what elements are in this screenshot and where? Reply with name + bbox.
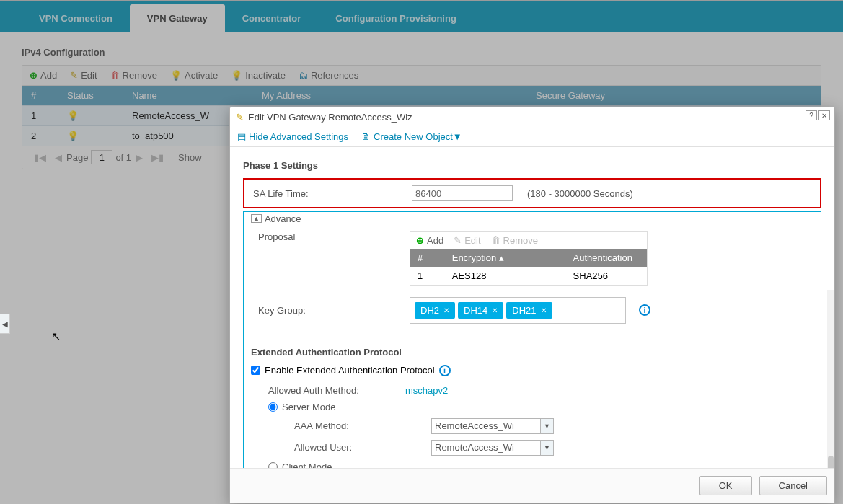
edit-icon: ✎: [454, 235, 462, 246]
chevron-down-icon[interactable]: ▼: [541, 418, 554, 434]
close-icon[interactable]: ✕: [443, 306, 449, 314]
proposal-row[interactable]: 1 AES128 SHA256: [410, 267, 647, 285]
dh21-tag[interactable]: DH21✕: [506, 302, 552, 319]
trash-icon: 🗑: [491, 235, 500, 246]
collapse-caret-icon[interactable]: ▲: [251, 214, 262, 223]
enable-eap-checkbox[interactable]: [251, 366, 260, 375]
edit-vpn-gateway-dialog: ✎ Edit VPN Gateway RemoteAccess_Wiz ? ✕ …: [229, 107, 835, 503]
collapse-handle[interactable]: ◀: [0, 314, 10, 334]
sa-lifetime-row: SA Life Time: (180 - 3000000 Seconds): [243, 178, 821, 208]
cancel-button[interactable]: Cancel: [759, 476, 827, 495]
phase1-header: Phase 1 Settings: [243, 160, 821, 171]
info-icon[interactable]: i: [639, 304, 650, 316]
advance-legend: Advance: [265, 213, 301, 224]
chevron-down-icon[interactable]: ▼: [541, 440, 554, 456]
client-mode-radio[interactable]: [268, 462, 278, 469]
window-icon: ▤: [237, 131, 246, 142]
server-mode-radio[interactable]: [268, 402, 278, 412]
hide-advanced-link[interactable]: ▤Hide Advanced Settings: [237, 131, 348, 142]
dh2-tag[interactable]: DH2✕: [415, 302, 455, 319]
sa-lifetime-input[interactable]: [412, 185, 513, 201]
add-icon: ⊕: [416, 235, 424, 246]
close-icon[interactable]: ✕: [818, 110, 830, 120]
scrollbar[interactable]: [827, 290, 834, 468]
dh14-tag[interactable]: DH14✕: [458, 302, 503, 319]
dialog-title: Edit VPN Gateway RemoteAccess_Wiz: [248, 112, 412, 123]
edit-icon: ✎: [236, 112, 244, 123]
create-new-object-link[interactable]: 🗎Create New Object▼: [361, 131, 462, 142]
aaa-method-select[interactable]: [431, 418, 541, 434]
allowed-user-select[interactable]: [431, 440, 541, 456]
new-icon: 🗎: [361, 131, 371, 142]
info-icon[interactable]: i: [439, 365, 451, 376]
key-group-field[interactable]: DH2✕ DH14✕ DH21✕: [410, 297, 626, 324]
help-icon[interactable]: ?: [806, 110, 817, 120]
allowed-auth-link[interactable]: mschapv2: [405, 385, 448, 396]
cursor-icon: ↖: [51, 330, 61, 343]
close-icon[interactable]: ✕: [492, 306, 498, 314]
proposal-edit-button[interactable]: ✎Edit: [454, 235, 480, 246]
eap-header: Extended Authentication Protocol: [251, 347, 821, 358]
proposal-add-button[interactable]: ⊕Add: [416, 235, 443, 246]
proposal-remove-button[interactable]: 🗑Remove: [491, 235, 538, 246]
ok-button[interactable]: OK: [699, 476, 752, 495]
close-icon[interactable]: ✕: [541, 306, 547, 314]
